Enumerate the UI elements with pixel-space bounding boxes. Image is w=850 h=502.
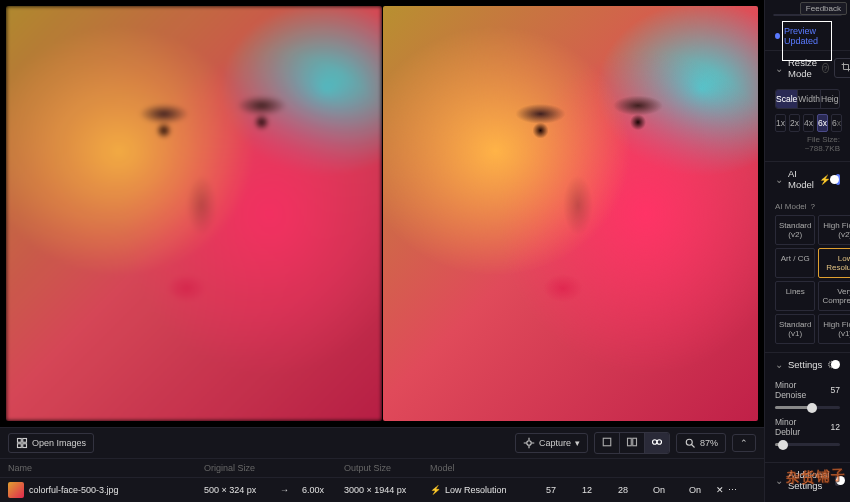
app-root: Open Images Capture ▾ 87% ⌃ <box>0 0 850 502</box>
bottom-toolbar: Open Images Capture ▾ 87% ⌃ <box>0 428 764 459</box>
chevron-down-icon: ⌄ <box>775 475 783 486</box>
zoom-control[interactable]: 87% <box>676 433 726 453</box>
svg-point-9 <box>657 440 662 445</box>
model-artcg[interactable]: Art / CG <box>775 248 815 278</box>
settings-header[interactable]: ⌄ Settings ⚙ <box>765 353 850 376</box>
svg-rect-3 <box>23 444 27 448</box>
additional-section: ⌄ Additional Settings <box>765 462 850 497</box>
bottom-panel: Open Images Capture ▾ 87% ⌃ <box>0 427 764 502</box>
chevron-down-icon: ▾ <box>575 438 580 448</box>
help-icon[interactable]: ? <box>811 202 815 211</box>
navigator-viewport[interactable] <box>782 21 832 61</box>
deblur-label: Minor Deblur <box>775 417 816 437</box>
row-orig: 500 × 324 px <box>204 485 274 495</box>
zoom-value: 87% <box>700 438 718 448</box>
feedback-button[interactable]: Feedback <box>800 2 847 15</box>
model-verycomp[interactable]: Very Compressed <box>818 281 850 311</box>
tab-width[interactable]: Width <box>798 90 821 108</box>
square-icon <box>601 436 613 448</box>
row-model: Low Resolution <box>445 485 507 495</box>
grid-icon <box>16 437 28 449</box>
collapse-button[interactable]: ⌃ <box>732 434 756 452</box>
col-name: Name <box>8 463 198 473</box>
denoise-slider[interactable] <box>775 406 840 409</box>
help-icon[interactable]: ? <box>822 63 828 73</box>
row-v4: On <box>644 485 674 495</box>
mult-6x[interactable]: 6x <box>817 114 828 132</box>
main-column: Open Images Capture ▾ 87% ⌃ <box>0 0 764 502</box>
chevron-down-icon: ⌄ <box>775 359 783 370</box>
additional-toggle[interactable] <box>835 475 840 486</box>
row-deblur: 12 <box>572 485 602 495</box>
aimodel-toggle[interactable] <box>836 174 840 185</box>
capture-button[interactable]: Capture ▾ <box>515 433 588 453</box>
denoise-value: 57 <box>822 385 840 395</box>
chevron-up-icon: ⌃ <box>740 438 748 448</box>
sidebar: Feedback Preview Updated ⌄ Resize Mode ?… <box>764 0 850 502</box>
svg-rect-5 <box>603 438 611 446</box>
scale-multipliers: 1x 2x 4x 6x 6x <box>775 114 840 132</box>
preview-compare[interactable] <box>0 0 764 427</box>
row-v5: On <box>680 485 710 495</box>
chevron-down-icon: ⌄ <box>775 63 783 74</box>
table-row[interactable]: colorful-face-500-3.jpg 500 × 324 px → 6… <box>0 478 764 502</box>
view-single-button[interactable] <box>595 433 620 453</box>
crop-button[interactable]: Crop <box>834 58 851 78</box>
svg-point-10 <box>686 439 692 445</box>
aimodel-subtitle: AI Model <box>775 202 807 211</box>
tab-scale[interactable]: Scale <box>776 90 798 108</box>
model-highfid-v2[interactable]: High Fidelity (v2) <box>818 215 850 245</box>
bolt-icon: ⚡ <box>430 485 441 495</box>
enhanced-pane <box>383 6 759 421</box>
col-out: Output Size <box>344 463 424 473</box>
deblur-slider[interactable] <box>775 443 840 446</box>
deblur-value: 12 <box>822 422 840 432</box>
row-v3: 28 <box>608 485 638 495</box>
model-lines[interactable]: Lines <box>775 281 815 311</box>
tab-height[interactable]: Height <box>821 90 840 108</box>
model-standard-v1[interactable]: Standard (v1) <box>775 314 815 344</box>
additional-title: Additional Settings <box>788 469 830 491</box>
svg-rect-1 <box>23 439 27 443</box>
original-pane <box>6 6 382 421</box>
search-icon <box>684 437 696 449</box>
svg-rect-2 <box>18 444 22 448</box>
view-split-button[interactable] <box>620 433 645 453</box>
aimodel-header[interactable]: ⌄ AI Model ⚡ <box>765 162 850 196</box>
view-mode-segment <box>594 432 670 454</box>
row-menu-icon[interactable]: ⋯ <box>728 485 737 495</box>
row-thumb <box>8 482 24 498</box>
file-size-text: File Size: ~788.7KB <box>775 135 840 153</box>
split-icon <box>626 436 638 448</box>
side-icon <box>651 436 663 448</box>
model-grid: Standard (v2) High Fidelity (v2) Art / C… <box>775 215 840 344</box>
row-close-icon[interactable]: ✕ <box>716 485 724 495</box>
settings-section: ⌄ Settings ⚙ Minor Denoise 57 Minor Debl… <box>765 352 850 462</box>
view-side-button[interactable] <box>645 433 669 453</box>
model-standard-v2[interactable]: Standard (v2) <box>775 215 815 245</box>
svg-point-8 <box>652 440 657 445</box>
open-images-button[interactable]: Open Images <box>8 433 94 453</box>
mult-4x[interactable]: 4x <box>803 114 814 132</box>
row-filename: colorful-face-500-3.jpg <box>29 485 119 495</box>
row-out: 3000 × 1944 px <box>344 485 424 495</box>
col-orig: Original Size <box>204 463 274 473</box>
resize-tabs: Scale Width Height <box>775 89 840 109</box>
settings-title: Settings <box>788 359 822 370</box>
mult-custom[interactable]: 6x <box>831 114 842 132</box>
model-lowres[interactable]: Low Resolution <box>818 248 850 278</box>
table-header: Name Original Size Output Size Model <box>0 459 764 478</box>
mult-1x[interactable]: 1x <box>775 114 786 132</box>
mult-2x[interactable]: 2x <box>789 114 800 132</box>
model-highfid-v1[interactable]: High Fidelity (v1) <box>818 314 850 344</box>
arrow-icon: → <box>280 485 296 495</box>
col-model: Model <box>430 463 530 473</box>
aimodel-title: AI Model <box>788 168 814 190</box>
target-icon <box>523 437 535 449</box>
open-images-label: Open Images <box>32 438 86 448</box>
aimodel-section: ⌄ AI Model ⚡ AI Model? Standard (v2) Hig… <box>765 161 850 352</box>
additional-header[interactable]: ⌄ Additional Settings <box>765 463 850 497</box>
capture-label: Capture <box>539 438 571 448</box>
images-table: Name Original Size Output Size Model col… <box>0 459 764 502</box>
svg-rect-0 <box>18 439 22 443</box>
